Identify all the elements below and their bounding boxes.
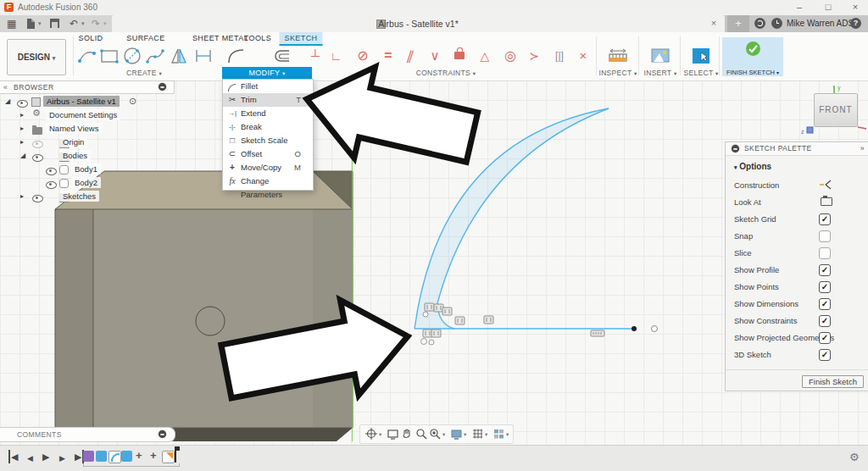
expand-closed-icon[interactable]: ▸ xyxy=(20,122,24,135)
menu-item-fillet[interactable]: Fillet xyxy=(223,80,313,93)
palette-row-show-points[interactable]: Show Points ✓ xyxy=(734,281,861,293)
tab-tools[interactable]: TOOLS xyxy=(244,32,271,44)
activate-target-icon[interactable]: ⊙ xyxy=(129,96,136,107)
constraints-group-label[interactable]: CONSTRAINTS ▾ xyxy=(416,69,476,77)
comments-bar[interactable]: COMMENTS xyxy=(0,427,175,442)
menu-item-trim[interactable]: ✂ Trim T ⋮ xyxy=(223,93,313,107)
orbit-icon[interactable] xyxy=(365,428,378,441)
constraint-parallel-icon[interactable]: ∥ xyxy=(404,47,417,65)
expand-closed-icon[interactable]: ▸ xyxy=(20,136,24,148)
tree-row-root[interactable]: ◢ Airbus - Satellite v1 ⊙ xyxy=(0,95,175,108)
menu-item-sketch-scale[interactable]: □ Sketch Scale xyxy=(223,134,313,147)
construction-icon[interactable] xyxy=(819,180,832,190)
grid-settings-icon[interactable] xyxy=(471,428,484,441)
constraint-concentric-icon[interactable]: ◎ xyxy=(504,47,516,65)
constraint-curvature-icon[interactable]: × xyxy=(580,47,587,65)
help-icon[interactable]: ? xyxy=(850,18,861,29)
inspect-measure-icon[interactable] xyxy=(608,46,628,66)
fit-icon[interactable] xyxy=(429,428,442,441)
timeline-skip-start-button[interactable]: ◀ xyxy=(8,450,18,463)
tree-row-bodies[interactable]: ◢ Bodies xyxy=(0,149,175,162)
tree-row-body1[interactable]: Body1 xyxy=(0,163,175,175)
new-tab-button[interactable]: + xyxy=(727,15,749,32)
eye-icon-dim[interactable] xyxy=(32,141,43,148)
palette-row-show-constraints[interactable]: Show Constraints ✓ xyxy=(734,315,861,327)
minimize-button[interactable]: – xyxy=(788,1,810,14)
menu-item-break[interactable]: -|- Break xyxy=(223,120,313,134)
show-dimensions-checkbox[interactable]: ✓ xyxy=(819,298,831,310)
look-at-face-icon[interactable] xyxy=(387,428,399,441)
timeline-feature-sketch[interactable] xyxy=(162,451,175,463)
palette-row-construction[interactable]: Construction xyxy=(734,180,861,191)
eye-icon[interactable] xyxy=(46,168,57,175)
eye-icon[interactable] xyxy=(17,100,28,108)
timeline-step-forward-button[interactable]: ▶ xyxy=(59,452,65,465)
timeline-feature-extrude2[interactable] xyxy=(121,451,132,462)
create-rectangle-icon[interactable] xyxy=(99,46,120,66)
sketch-grid-checkbox[interactable]: ✓ xyxy=(819,213,831,225)
pan-hand-icon[interactable] xyxy=(401,428,414,441)
palette-display-icon[interactable] xyxy=(732,145,739,152)
create-mirror-icon[interactable] xyxy=(169,46,189,66)
tab-sheet-metal[interactable]: SHEET METAL xyxy=(192,32,248,44)
node-label[interactable]: Document Settings xyxy=(46,109,120,120)
user-account-button[interactable]: Mike Warren ADSK xyxy=(787,19,860,28)
palette-row-look-at[interactable]: Look At xyxy=(734,197,861,208)
tab-surface[interactable]: SURFACE xyxy=(126,32,164,44)
look-at-icon[interactable] xyxy=(821,197,832,206)
expand-open-icon[interactable]: ◢ xyxy=(20,149,25,162)
eye-icon[interactable] xyxy=(46,181,57,189)
menu-item-change-parameters[interactable]: fx Change Parameters xyxy=(223,175,313,188)
modify-fillet-icon[interactable] xyxy=(226,46,247,66)
fit-caret-icon[interactable]: ▾ xyxy=(442,431,445,438)
browser-display-icon[interactable] xyxy=(159,83,166,91)
snap-checkbox[interactable] xyxy=(819,230,831,242)
palette-row-sketch-grid[interactable]: Sketch Grid ✓ xyxy=(734,213,861,225)
file-icon[interactable] xyxy=(27,19,35,29)
select-group-label[interactable]: SELECT ▾ xyxy=(684,69,719,77)
select-icon[interactable] xyxy=(691,46,711,66)
job-status-icon[interactable] xyxy=(771,18,782,29)
palette-row-show-profile[interactable]: Show Profile ✓ xyxy=(734,264,861,276)
root-node-label[interactable]: Airbus - Satellite v1 xyxy=(43,96,120,107)
timeline-playhead[interactable] xyxy=(175,446,176,463)
node-label[interactable]: Bodies xyxy=(59,150,91,161)
show-profile-checkbox[interactable]: ✓ xyxy=(819,264,831,276)
viewcube-face-label[interactable]: FRONT xyxy=(819,105,852,114)
palette-row-show-dimensions[interactable]: Show Dimensions ✓ xyxy=(734,298,861,310)
constraint-lock-icon[interactable] xyxy=(454,52,465,59)
tree-row-body2[interactable]: Body2 xyxy=(0,176,175,189)
create-slot-icon[interactable] xyxy=(193,46,214,66)
create-line-icon[interactable] xyxy=(77,46,97,66)
node-label[interactable]: Named Views xyxy=(46,123,102,134)
constraint-midpoint-icon[interactable]: △ xyxy=(481,47,490,65)
viewcube[interactable]: FRONT xyxy=(814,93,858,127)
3d-sketch-checkbox[interactable]: ✓ xyxy=(819,349,831,361)
workspace-selector[interactable]: DESIGN ▾ xyxy=(7,39,66,75)
trim-options-icon[interactable]: ⋮ xyxy=(303,93,311,107)
file-caret-icon[interactable]: ▾ xyxy=(38,20,42,27)
tree-row-document-settings[interactable]: ▸ ⚙ Document Settings xyxy=(0,108,175,121)
constraint-equal-icon[interactable]: = xyxy=(384,47,392,65)
palette-row-3d-sketch[interactable]: 3D Sketch ✓ xyxy=(734,349,861,361)
grid-caret-icon[interactable]: ▾ xyxy=(485,431,487,438)
constraint-perpendicular-icon[interactable]: ∟ xyxy=(330,47,342,65)
undo-caret-icon[interactable]: ▾ xyxy=(81,20,85,27)
slice-checkbox[interactable] xyxy=(819,247,831,259)
redo-icon[interactable]: ↷ xyxy=(92,18,100,30)
create-circle-icon[interactable] xyxy=(122,46,142,66)
app-grid-menu-icon[interactable]: ▦ xyxy=(7,18,16,30)
orbit-caret-icon[interactable]: ▾ xyxy=(379,431,381,438)
save-icon[interactable] xyxy=(50,19,59,28)
finish-sketch-button[interactable]: FINISH SKETCH ▾ xyxy=(722,37,783,76)
maximize-button[interactable]: □ xyxy=(817,1,839,14)
expand-closed-icon[interactable]: ▸ xyxy=(20,108,24,121)
timeline-feature-fillet[interactable] xyxy=(108,451,121,463)
insert-image-icon[interactable] xyxy=(650,46,670,66)
document-tab[interactable]: Airbus - Satellite v1* × xyxy=(112,15,725,32)
tab-sketch[interactable]: SKETCH xyxy=(280,32,323,46)
node-label[interactable]: Origin xyxy=(59,136,87,147)
browser-header[interactable]: « BROWSER xyxy=(0,80,175,94)
node-label[interactable]: Body2 xyxy=(71,177,101,188)
settings-gear-icon[interactable]: ⚙ xyxy=(849,451,860,463)
